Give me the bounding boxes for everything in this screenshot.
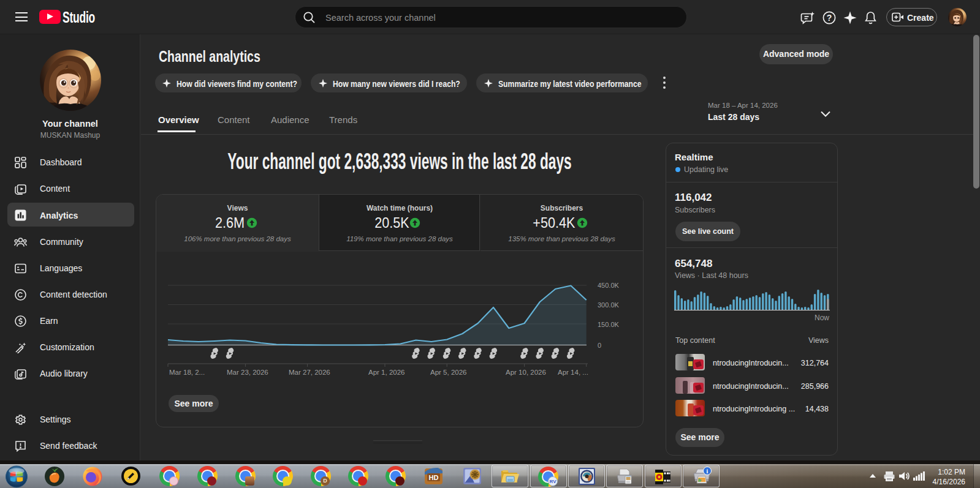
svg-text:HD: HD (429, 474, 439, 481)
svg-text:i: i (707, 468, 708, 475)
